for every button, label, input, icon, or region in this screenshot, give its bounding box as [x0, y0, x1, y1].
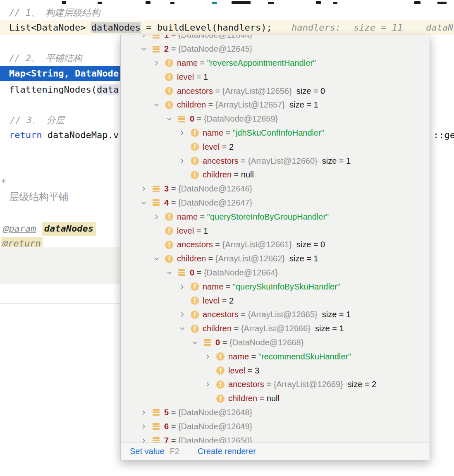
object-ref: {DataNode@12664} [204, 268, 278, 277]
code-text: flatteningNodes( [9, 84, 97, 95]
value: null [267, 394, 280, 403]
variable-name: name [228, 352, 249, 361]
chevron-right-icon[interactable] [139, 422, 148, 431]
value: 3 [255, 366, 259, 376]
tree-row[interactable]: fname = "recommendSkuHandler" [121, 349, 430, 364]
chevron-right-icon[interactable] [177, 128, 186, 137]
chevron-right-icon[interactable] [152, 212, 161, 221]
tree-row[interactable]: 4 = {DataNode@12647} [121, 196, 430, 210]
variable-name: ancestors [228, 380, 264, 389]
array-element-icon [152, 436, 160, 443]
variable-name: name [177, 212, 198, 222]
selected-token-dataNodes[interactable]: dataNodes [91, 22, 141, 33]
tree-row[interactable]: 1 = {DataNode@12644} [121, 35, 430, 42]
chevron-down-icon[interactable] [152, 100, 161, 110]
chevron-down-icon[interactable] [190, 338, 199, 347]
field-badge: f [216, 352, 225, 361]
equals-separator: = [245, 366, 255, 376]
code-statement-2[interactable]: flatteningNodes(data [9, 84, 119, 96]
javadoc-star: * [1, 176, 6, 189]
tree-row[interactable]: fchildren = {ArrayList@12657}size = 1 [121, 98, 430, 112]
tree-row[interactable]: fancestors = {ArrayList@12665}size = 1 [121, 308, 430, 322]
highlighted-token-data[interactable]: data [97, 84, 119, 95]
code-text: List<DataNode> [9, 22, 91, 33]
tree-row[interactable]: 7 = {DataNode@12650} [121, 433, 430, 443]
object-ref: {DataNode@12646} [178, 184, 252, 194]
variable-name: children [203, 170, 232, 179]
tree-row[interactable]: 0 = {DataNode@12668} [121, 336, 430, 350]
set-value-button[interactable]: Set value [130, 447, 164, 456]
tree-row[interactable]: 5 = {DataNode@12648} [121, 406, 430, 420]
tree-row[interactable]: fname = "jdhSkuConfInfoHandler" [121, 126, 430, 140]
tree-row[interactable]: fancestors = {ArrayList@12661}size = 0 [121, 238, 430, 252]
tree-row[interactable]: 3 = {DataNode@12646} [121, 182, 430, 196]
tree-row[interactable]: 0 = {DataNode@12664} [121, 266, 430, 280]
tree-row[interactable]: flevel = 2 [121, 140, 430, 154]
field-badge: f [191, 171, 199, 179]
field-icon: f [216, 395, 225, 403]
object-ref: {ArrayList@12665} [248, 310, 318, 319]
chevron-down-icon[interactable] [139, 45, 148, 54]
tree-row[interactable]: fchildren = {ArrayList@12662}size = 1 [121, 252, 430, 266]
array-index: 6 [164, 422, 169, 431]
chevron-right-icon[interactable] [177, 156, 186, 165]
tree-row[interactable]: flevel = 3 [121, 364, 430, 378]
tree-row[interactable]: 2 = {DataNode@12645} [121, 42, 430, 56]
tree-row[interactable]: fancestors = {ArrayList@12660}size = 1 [121, 154, 430, 168]
equals-separator: = [213, 86, 222, 96]
tree-row[interactable]: fname = "reverseAppointmentHandler" [121, 56, 430, 70]
chevron-down-icon[interactable] [152, 254, 161, 263]
object-ref: {ArrayList@12660} [248, 156, 318, 166]
chevron-placeholder [177, 170, 186, 179]
chevron-down-icon[interactable] [139, 198, 148, 207]
tree-row[interactable]: fancestors = {ArrayList@12656}size = 0 [121, 84, 430, 98]
chevron-down-icon[interactable] [177, 324, 186, 333]
chevron-right-icon[interactable] [139, 436, 148, 443]
chevron-right-icon[interactable] [203, 380, 212, 389]
field-icon: f [191, 325, 199, 333]
code-statement-3[interactable]: return dataNodeMap.v [9, 129, 119, 141]
field-badge: f [165, 227, 173, 235]
array-element-icon [203, 338, 212, 347]
code-statement-1[interactable]: List<DataNode> dataNodes = buildLevel(ha… [9, 22, 272, 34]
field-badge: f [165, 87, 173, 95]
chevron-down-icon[interactable] [165, 115, 174, 124]
tree-row[interactable]: 6 = {DataNode@12649} [121, 419, 430, 433]
array-badge [153, 46, 160, 53]
tree-row[interactable]: flevel = 2 [121, 294, 430, 308]
object-ref: {ArrayList@12669} [274, 380, 343, 389]
tree-row[interactable]: fchildren = {ArrayList@12666}size = 1 [121, 322, 430, 336]
chevron-right-icon[interactable] [139, 408, 148, 417]
chevron-right-icon[interactable] [177, 282, 186, 291]
array-element-icon [178, 268, 186, 277]
chevron-right-icon[interactable] [177, 310, 186, 319]
field-icon: f [165, 59, 173, 67]
chevron-right-icon[interactable] [203, 352, 212, 361]
create-renderer-button[interactable]: Create renderer [198, 447, 256, 456]
tree-row[interactable]: fchildren = null [121, 392, 430, 406]
object-ref: {ArrayList@12662} [215, 254, 285, 263]
variable-name: level [177, 226, 194, 236]
chevron-right-icon[interactable] [139, 184, 148, 194]
object-ref: {ArrayList@12656} [222, 86, 292, 96]
tree-row[interactable]: flevel = 1 [121, 224, 430, 238]
code-selected-line[interactable]: Map<String, DataNode [9, 67, 119, 80]
tree-row[interactable]: fname = "queryStoreInfoByGroupHandler" [121, 210, 430, 224]
tree-row[interactable]: flevel = 1 [121, 70, 430, 84]
chevron-placeholder [203, 366, 212, 375]
chevron-right-icon[interactable] [152, 58, 161, 67]
tree-row[interactable]: 0 = {DataNode@12659} [121, 112, 430, 126]
chevron-right-icon[interactable] [139, 35, 148, 40]
equals-separator: = [220, 338, 229, 347]
field-icon: f [165, 213, 173, 221]
tree-row[interactable]: fname = "querySkuInfoBySkuHandler" [121, 280, 430, 294]
array-badge [153, 35, 160, 38]
tree-row[interactable]: fchildren = null [121, 168, 430, 182]
chevron-down-icon[interactable] [165, 268, 174, 277]
tree-row[interactable]: fancestors = {ArrayList@12669}size = 2 [121, 378, 430, 392]
equals-separator: = [206, 254, 215, 263]
javadoc-param-name[interactable]: dataNodes [42, 222, 96, 236]
object-ref: {DataNode@12668} [229, 338, 303, 347]
field-badge: f [191, 282, 199, 291]
object-ref: {DataNode@12648} [178, 408, 252, 417]
